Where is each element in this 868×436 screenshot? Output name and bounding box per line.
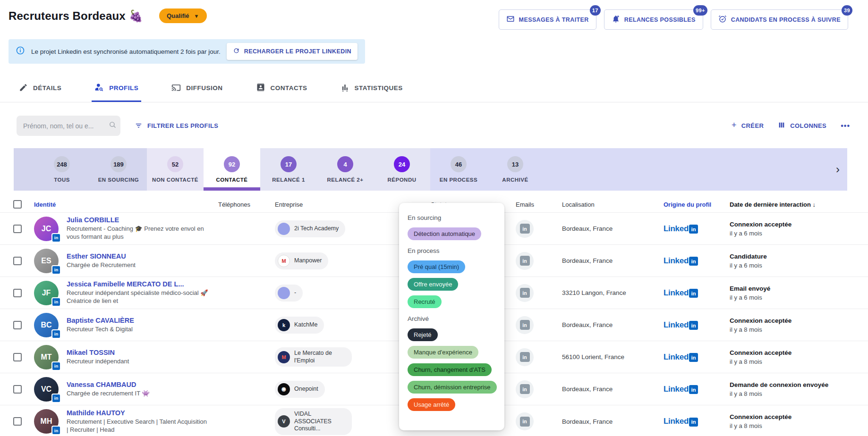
row-checkbox[interactable] xyxy=(13,225,22,233)
linkedin-gray-icon: in xyxy=(520,417,530,427)
row-name[interactable]: Esther SIONNEAU xyxy=(67,252,126,260)
stage-relance-2plus[interactable]: 4RELANCÉ 2+ xyxy=(317,148,374,191)
search-input[interactable] xyxy=(23,122,109,130)
stage-count: 13 xyxy=(507,156,523,172)
stage-archive[interactable]: 13ARCHIVÉ xyxy=(487,156,544,183)
create-button[interactable]: + CRÉER xyxy=(732,121,764,130)
tab-statistiques[interactable]: STATISTIQUES xyxy=(338,76,406,102)
company-name: Le Mercato de l'Emploi xyxy=(294,350,345,364)
location-text: 33210 Langon, France xyxy=(562,289,664,296)
row-name[interactable]: Jessica Famibelle MERCATO DE L... xyxy=(67,280,184,288)
stage-relance-1[interactable]: 17RELANCÉ 1 xyxy=(260,148,317,191)
company-name: Onepoint xyxy=(294,386,318,393)
row-name[interactable]: Julia CORBILLE xyxy=(67,216,119,224)
email-linkedin-button[interactable]: in xyxy=(516,412,534,430)
company-logo: ◉ xyxy=(278,383,290,395)
email-linkedin-button[interactable]: in xyxy=(516,252,534,270)
status-chip[interactable]: Usage arrêté xyxy=(408,398,455,411)
origin-linkedin-logo[interactable]: Linked in xyxy=(664,320,698,330)
column-header-telephones[interactable]: Téléphones xyxy=(218,201,275,208)
more-options-button[interactable]: ••• xyxy=(841,122,850,130)
followups-possible-button[interactable]: RELANCES POSSIBLES 99+ xyxy=(604,9,703,30)
stage-en-process[interactable]: 46EN PROCESS xyxy=(430,156,487,183)
status-chip[interactable]: Recruté xyxy=(408,295,442,308)
row-checkbox[interactable] xyxy=(13,257,22,265)
row-name[interactable]: Mathilde HAUTOY xyxy=(67,409,125,417)
origin-linkedin-logo[interactable]: Linked in xyxy=(664,417,698,427)
origin-linkedin-logo[interactable]: Linked in xyxy=(664,288,698,298)
menu-chips: Pré qual (15min)Offre envoyéeRecruté xyxy=(399,260,504,308)
status-chip[interactable]: Manque d'expérience xyxy=(408,346,478,359)
tab-contacts[interactable]: CONTACTS xyxy=(253,76,310,102)
email-linkedin-button[interactable]: in xyxy=(516,380,534,398)
row-checkbox[interactable] xyxy=(13,417,22,426)
column-header-localisation[interactable]: Localisation xyxy=(562,201,664,208)
row-subtitle: Chargée de recrutement IT 👾 xyxy=(67,390,150,398)
reload-linkedin-project-button[interactable]: RECHARGER LE PROJET LINKEDIN xyxy=(227,43,357,60)
stage-count: 24 xyxy=(394,156,410,172)
tab-profils[interactable]: PROFILS xyxy=(92,76,141,102)
filter-profiles-button[interactable]: FILTRER LES PROFILS xyxy=(135,121,218,131)
status-chip[interactable]: Rejeté xyxy=(408,328,438,341)
stage-contacte[interactable]: 92CONTACTÉ xyxy=(204,148,260,191)
origin-linkedin-logo[interactable]: Linked in xyxy=(664,384,698,394)
stage-count: 248 xyxy=(54,156,70,172)
app-root: Recruteurs Bordeaux 🍇 Qualifié ▼ MESSAGE… xyxy=(0,0,868,436)
tab-diffusion[interactable]: DIFFUSION xyxy=(169,76,225,102)
stage-tous[interactable]: 248TOUS xyxy=(34,148,90,191)
avatar-initials: BC xyxy=(41,321,51,329)
row-checkbox[interactable] xyxy=(13,353,22,361)
row-name[interactable]: Mikael TOSSIN xyxy=(67,349,115,356)
column-header-date-interaction[interactable]: Date de dernière interaction ↓ xyxy=(730,201,868,208)
origin-linkedin-logo[interactable]: Linked in xyxy=(664,256,698,266)
company-chip[interactable]: ◉ Onepoint xyxy=(275,381,325,398)
row-name[interactable]: Baptiste CAVALIÈRE xyxy=(67,317,134,324)
row-checkbox[interactable] xyxy=(13,289,22,297)
row-name[interactable]: Vanessa CHAMBAUD xyxy=(67,381,136,388)
company-chip[interactable]: M Le Mercato de l'Emploi xyxy=(275,347,352,367)
avatar-initials: MT xyxy=(41,353,51,361)
messages-to-process-button[interactable]: MESSAGES À TRAITER 17 xyxy=(499,9,596,30)
email-linkedin-button[interactable]: in xyxy=(516,284,534,302)
tab-statistiques-label: STATISTIQUES xyxy=(355,84,403,92)
status-chip[interactable]: Détection automatique xyxy=(408,227,481,240)
tab-details-label: DÉTAILS xyxy=(33,84,61,92)
company-chip[interactable]: 2i Tech Academy xyxy=(275,220,345,237)
column-header-emails[interactable]: Emails xyxy=(516,201,562,208)
stage-en-sourcing[interactable]: 189EN SOURCING xyxy=(90,148,147,191)
sort-desc-icon: ↓ xyxy=(813,201,816,208)
status-chip[interactable]: Churn, changement d'ATS xyxy=(408,363,492,376)
avatar: MH in xyxy=(34,409,59,434)
company-chip[interactable]: M Manpower xyxy=(275,252,328,269)
tab-contacts-label: CONTACTS xyxy=(271,84,307,92)
email-linkedin-button[interactable]: in xyxy=(516,220,534,238)
column-header-origine[interactable]: Origine du profil xyxy=(664,201,730,208)
linkedin-badge-icon: in xyxy=(51,361,61,371)
stage-repondu[interactable]: 24RÉPONDU xyxy=(374,148,430,191)
avatar: MT in xyxy=(34,345,59,369)
email-linkedin-button[interactable]: in xyxy=(516,316,534,334)
interaction-when: il y a 6 mois xyxy=(730,230,868,237)
tab-details[interactable]: DÉTAILS xyxy=(16,76,64,102)
status-chip[interactable]: Pré qual (15min) xyxy=(408,260,465,273)
columns-button[interactable]: COLONNES xyxy=(778,121,826,130)
origin-linkedin-logo[interactable]: Linked in xyxy=(664,224,698,234)
candidates-in-process-button[interactable]: CANDIDATS EN PROCESS À SUIVRE 39 xyxy=(711,9,848,30)
linkedin-wordmark: Linked xyxy=(664,288,689,298)
status-chip[interactable]: Churn, démission entreprise xyxy=(408,381,497,394)
row-checkbox[interactable] xyxy=(13,321,22,329)
company-chip[interactable]: - xyxy=(275,285,303,302)
stage-non-contacte[interactable]: 52NON CONTACTÉ xyxy=(147,148,204,191)
qualification-badge[interactable]: Qualifié ▼ xyxy=(159,8,207,23)
pipeline-scroll-right-icon[interactable]: › xyxy=(836,164,840,175)
column-header-identite[interactable]: Identité xyxy=(34,201,218,208)
row-checkbox[interactable] xyxy=(13,385,22,394)
email-linkedin-button[interactable]: in xyxy=(516,348,534,366)
tab-profils-label: PROFILS xyxy=(109,84,138,92)
origin-linkedin-logo[interactable]: Linked in xyxy=(664,352,698,362)
company-chip[interactable]: k KatchMe xyxy=(275,317,324,334)
company-chip[interactable]: V VIDAL ASSOCIATES Consulti... xyxy=(275,408,352,435)
status-chip[interactable]: Offre envoyée xyxy=(408,278,458,291)
company-name: 2i Tech Academy xyxy=(294,225,339,233)
select-all-checkbox[interactable] xyxy=(13,200,22,209)
